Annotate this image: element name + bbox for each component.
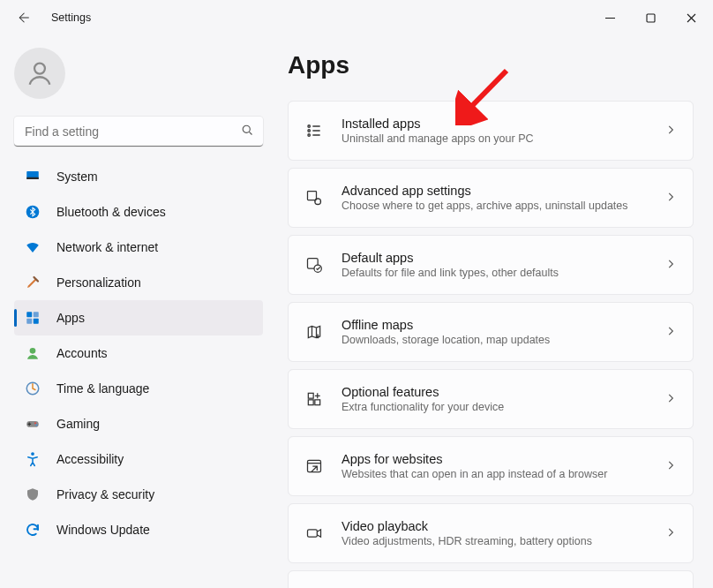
close-button[interactable] (671, 0, 711, 35)
svg-point-16 (308, 125, 311, 128)
title-bar: Settings (0, 0, 713, 35)
card-subtitle: Downloads, storage location, map updates (341, 334, 647, 346)
nav-accounts[interactable]: Accounts (14, 335, 263, 371)
wifi-icon (25, 239, 41, 255)
nav-list: System Bluetooth & devices Network & int… (14, 159, 263, 547)
nav-personalization[interactable]: Personalization (14, 265, 263, 300)
svg-rect-23 (308, 393, 313, 398)
apps-icon (25, 310, 41, 326)
nav-privacy-security[interactable]: Privacy & security (14, 477, 263, 512)
card-video-playback[interactable]: Video playback Video adjustments, HDR st… (288, 503, 694, 563)
chevron-right-icon (664, 526, 677, 541)
svg-rect-6 (26, 312, 32, 317)
svg-rect-9 (34, 319, 39, 324)
card-title: Offline maps (341, 318, 647, 332)
svg-point-1 (34, 64, 45, 74)
card-startup[interactable]: Startup Apps that start automatically wh… (288, 570, 694, 588)
nav-label: Windows Update (56, 523, 150, 537)
optional-features-icon (304, 390, 324, 408)
account-row[interactable] (14, 44, 263, 111)
nav-label: Bluetooth & devices (56, 205, 166, 219)
card-title: Video playback (341, 519, 647, 533)
video-icon (304, 524, 324, 542)
svg-rect-8 (26, 319, 32, 324)
back-arrow-icon (15, 10, 31, 26)
nav-label: Network & internet (56, 240, 158, 254)
chevron-right-icon (664, 258, 677, 273)
card-subtitle: Uninstall and manage apps on your PC (341, 132, 647, 145)
card-title: Installed apps (341, 117, 647, 131)
monitor-icon (25, 169, 41, 185)
nav-accessibility[interactable]: Accessibility (14, 441, 263, 477)
card-optional-features[interactable]: Optional features Extra functionality fo… (288, 369, 694, 429)
svg-rect-19 (308, 192, 317, 200)
nav-label: Gaming (56, 417, 100, 431)
svg-rect-7 (34, 312, 39, 317)
minimize-icon (605, 13, 615, 23)
nav-windows-update[interactable]: Windows Update (14, 512, 263, 547)
window-title: Settings (51, 11, 91, 24)
nav-time-language[interactable]: Time & language (14, 371, 263, 406)
advanced-settings-icon (304, 189, 324, 207)
nav-label: Apps (56, 311, 85, 325)
card-subtitle: Websites that can open in an app instead… (341, 468, 647, 480)
svg-rect-0 (647, 14, 655, 22)
card-title: Advanced app settings (341, 184, 647, 198)
svg-point-20 (315, 199, 321, 205)
card-apps-for-websites[interactable]: Apps for websites Websites that can open… (288, 436, 694, 496)
card-subtitle: Defaults for file and link types, other … (341, 267, 647, 279)
chevron-right-icon (664, 325, 677, 340)
nav-label: System (56, 170, 98, 184)
svg-rect-27 (308, 530, 318, 537)
accessibility-icon (25, 451, 41, 467)
card-installed-apps[interactable]: Installed apps Uninstall and manage apps… (288, 101, 694, 161)
card-default-apps[interactable]: Default apps Defaults for file and link … (288, 235, 694, 295)
nav-label: Accounts (56, 346, 108, 360)
svg-point-15 (31, 452, 34, 456)
maximize-button[interactable] (630, 0, 671, 35)
main-content: Apps Installed apps Uninstall and manage… (274, 35, 713, 588)
svg-point-2 (243, 125, 250, 132)
nav-network[interactable]: Network & internet (14, 230, 263, 265)
paintbrush-icon (25, 275, 41, 290)
svg-point-10 (30, 348, 36, 354)
svg-rect-4 (26, 177, 39, 179)
card-subtitle: Video adjustments, HDR streaming, batter… (341, 535, 647, 547)
chevron-right-icon (664, 459, 677, 474)
svg-rect-25 (315, 400, 320, 405)
chevron-right-icon (664, 392, 677, 407)
svg-point-18 (308, 134, 311, 137)
back-button[interactable] (9, 4, 37, 32)
bluetooth-icon (25, 205, 41, 219)
search-container (14, 117, 263, 147)
nav-gaming[interactable]: Gaming (14, 406, 263, 441)
clock-globe-icon (25, 381, 41, 396)
nav-system[interactable]: System (14, 159, 263, 194)
card-subtitle: Choose where to get apps, archive apps, … (341, 200, 647, 212)
search-icon (241, 124, 254, 139)
minimize-button[interactable] (589, 0, 630, 35)
card-title: Apps for websites (341, 452, 647, 466)
sidebar: System Bluetooth & devices Network & int… (0, 35, 274, 588)
shield-icon (25, 486, 41, 502)
default-apps-icon (304, 256, 324, 274)
card-advanced-app-settings[interactable]: Advanced app settings Choose where to ge… (288, 168, 694, 228)
svg-point-13 (34, 422, 36, 424)
gamepad-icon (25, 416, 41, 432)
chevron-right-icon (664, 191, 677, 206)
search-input[interactable] (14, 117, 263, 147)
nav-bluetooth[interactable]: Bluetooth & devices (14, 194, 263, 230)
nav-label: Privacy & security (56, 487, 154, 501)
map-icon (304, 323, 324, 341)
card-offline-maps[interactable]: Offline maps Downloads, storage location… (288, 302, 694, 362)
svg-point-14 (35, 424, 37, 426)
card-subtitle: Extra functionality for your device (341, 401, 647, 413)
nav-label: Time & language (56, 381, 149, 396)
nav-label: Personalization (56, 275, 141, 290)
avatar (14, 48, 65, 99)
nav-apps[interactable]: Apps (14, 300, 263, 335)
settings-cards: Installed apps Uninstall and manage apps… (288, 101, 694, 588)
person-icon (25, 58, 55, 88)
apps-websites-icon (304, 457, 324, 475)
maximize-icon (646, 13, 656, 23)
